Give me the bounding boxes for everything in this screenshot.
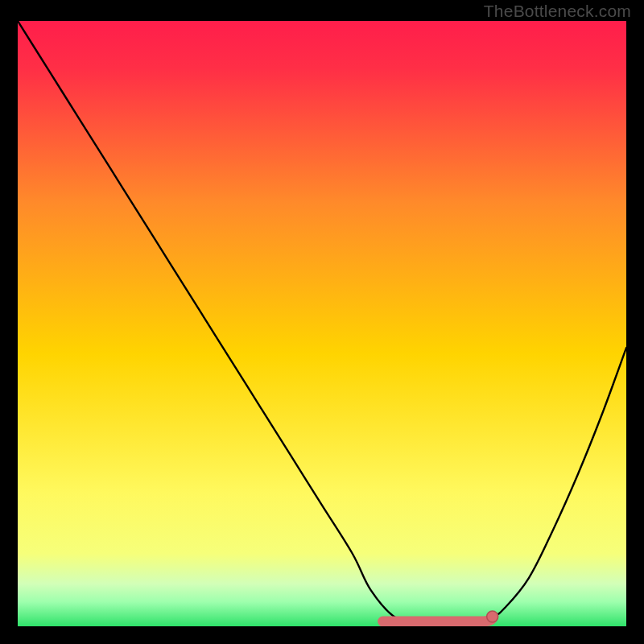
bottleneck-curve-layer <box>18 21 626 626</box>
optimal-point-marker <box>487 611 498 622</box>
bottleneck-curve <box>18 21 626 622</box>
plot-area <box>18 21 626 626</box>
chart-stage: TheBottleneck.com <box>0 0 644 644</box>
watermark-text: TheBottleneck.com <box>484 2 631 21</box>
optimal-band-marker <box>383 617 493 621</box>
